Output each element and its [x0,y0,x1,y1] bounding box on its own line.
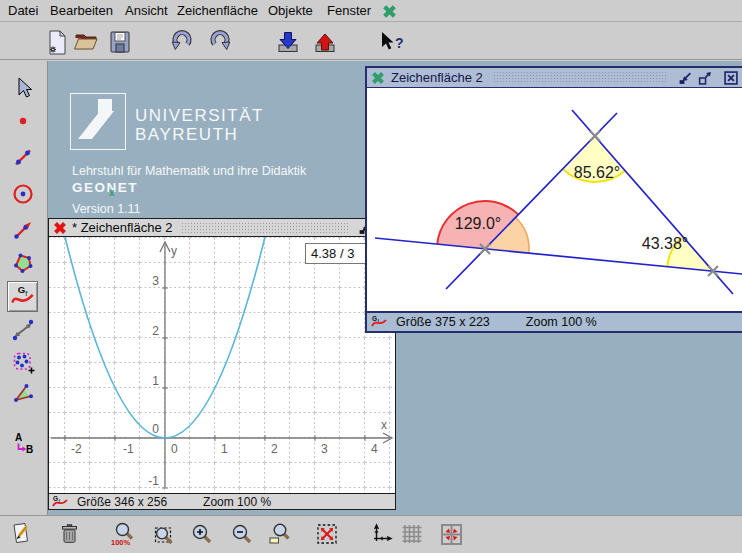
svg-text:-1: -1 [148,474,159,488]
window2-zoom-label: Zoom 100 % [526,315,597,329]
window1-statusbar: G f Größe 346 x 256 Zoom 100 % [49,493,395,509]
function-curve-glyph [12,295,32,303]
window2-maximize-button[interactable] [698,71,712,85]
polygon-tool[interactable] [10,250,36,276]
menu-ansicht[interactable]: Ansicht [125,3,168,18]
gf-mode-icon: G f [371,315,388,329]
show-axes-button[interactable] [369,521,399,551]
new-document-button[interactable] [44,29,70,55]
zoom-out-button[interactable] [229,521,259,551]
point-set-tool[interactable] [10,349,36,375]
zoom-window-button[interactable] [267,521,297,551]
window2-size-label: Größe 375 x 223 [396,315,490,329]
svg-text:G: G [53,495,58,502]
menu-zeichenflaeche[interactable]: Zeichenfläche [177,3,258,18]
window1-titlebar[interactable]: * Zeichenfläche 2 [49,219,395,237]
zoom-100-button[interactable]: 100% [110,521,140,551]
vector-arrow-tool[interactable] [10,217,36,243]
svg-text:2: 2 [271,442,278,456]
university-logo [70,93,126,150]
point-tool[interactable] [10,108,36,134]
angle-label-43: 43.38° [642,235,688,252]
distance-tool[interactable] [10,317,36,343]
import-download-button[interactable] [275,29,301,55]
show-grid-button[interactable] [399,521,429,551]
svg-text:4: 4 [371,442,378,456]
function-plot-tool-selected[interactable]: G f [7,281,38,312]
geonext-wordmark: GEONET [72,180,138,195]
geometry-canvas[interactable]: 129.0° 85.62° 43.38° [367,88,742,311]
svg-text:2: 2 [152,324,159,338]
export-upload-button[interactable] [312,29,338,55]
svg-text:1: 1 [152,374,159,388]
circle-tool[interactable] [10,181,36,207]
svg-text:B: B [26,444,33,455]
redo-button[interactable] [207,29,233,55]
university-name-line1: UNIVERSITÄT [135,106,264,126]
svg-text:-2: -2 [71,442,82,456]
undo-button[interactable] [169,29,195,55]
zoom-in-button[interactable] [189,521,219,551]
window-zeichenflaeche-2-plot: * Zeichenfläche 2 [48,218,396,510]
select-arrow-tool[interactable] [10,74,36,100]
angle-tool[interactable] [10,381,36,407]
svg-text:G: G [18,284,26,295]
window1-size-label: Größe 346 x 256 [77,495,167,509]
delete-trash-button[interactable] [57,521,87,551]
geonext-logo-green-icon [371,71,385,85]
department-label: Lehrstuhl für Mathematik und ihre Didakt… [72,164,306,178]
menu-bar: Datei Bearbeiten Ansicht Zeichenfläche O… [0,0,742,22]
window1-title: * Zeichenfläche 2 [72,220,172,235]
window2-statusbar: G f Größe 375 x 223 Zoom 100 % [367,311,742,331]
cursor-arrow-icon [382,32,394,50]
edit-sheet-button[interactable] [9,521,39,551]
window-zeichenflaeche-2-triangle: Zeichenfläche 2 [365,66,742,333]
menu-bearbeiten[interactable]: Bearbeiten [50,3,113,18]
gf-mode-icon: G f [52,495,69,509]
window2-title: Zeichenfläche 2 [391,70,483,85]
svg-text:-1: -1 [123,442,134,456]
y-axis-label: y [171,244,177,258]
segment-tool[interactable] [10,144,36,170]
angle-label-85: 85.62° [574,164,620,181]
window2-titlebar[interactable]: Zeichenfläche 2 [367,68,742,88]
geonext-logo-red-icon [53,221,67,235]
x-axis-label: x [381,418,387,432]
window2-close-button[interactable] [724,71,738,85]
svg-text:A: A [15,432,22,443]
window1-zoom-label: Zoom 100 % [203,495,271,509]
svg-text:100%: 100% [111,538,131,547]
snap-to-grid-button[interactable] [438,521,468,551]
titlebar-grip[interactable] [181,222,349,234]
menu-datei[interactable]: Datei [8,3,38,18]
resize-drawing-area-button[interactable] [314,521,344,551]
svg-text:0: 0 [171,442,178,456]
svg-text:f: f [25,289,28,298]
university-name-line2: BAYREUTH [135,125,238,145]
rename-ab-tool[interactable]: A B [10,430,36,456]
svg-text:3: 3 [321,442,328,456]
save-button[interactable] [107,29,133,55]
svg-text:G: G [372,315,377,322]
svg-text:0: 0 [152,422,159,436]
function-plot-svg: -2 -1 0 1 2 3 4 3 2 1 0 -1 x y [49,237,395,493]
zoom-selection-button[interactable] [152,521,182,551]
window2-minimize-button[interactable] [678,71,692,85]
geonext-logo-menu-icon[interactable] [382,4,397,23]
plus-glyph [29,368,35,374]
svg-text:1: 1 [221,442,228,456]
menu-objekte[interactable]: Objekte [268,3,313,18]
geonext-wordmark-x: x [109,187,115,198]
context-help-button[interactable]: ? [375,29,407,55]
open-file-button[interactable] [73,29,99,55]
titlebar-grip[interactable] [493,71,668,84]
geonext-application-window: Datei Bearbeiten Ansicht Zeichenfläche O… [0,0,742,553]
help-question-mark: ? [395,35,404,51]
menu-fenster[interactable]: Fenster [327,3,371,18]
triangle-construction-svg: 129.0° 85.62° 43.38° [367,88,742,311]
version-label: Version 1.11 [72,202,141,216]
angle-label-129: 129.0° [455,215,501,232]
plot-canvas[interactable]: -2 -1 0 1 2 3 4 3 2 1 0 -1 x y [49,237,395,493]
svg-text:3: 3 [152,274,159,288]
